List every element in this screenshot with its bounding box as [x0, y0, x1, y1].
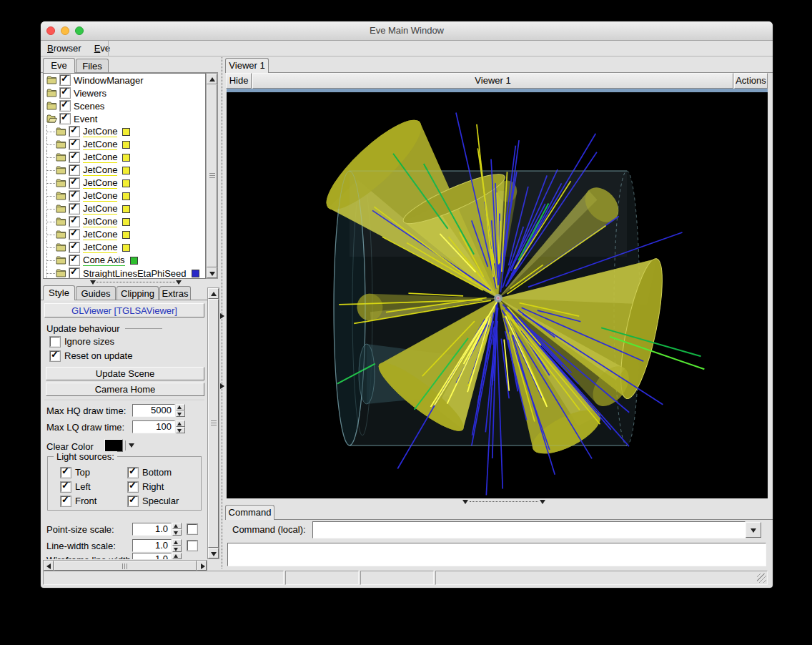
command-combobox[interactable]: [312, 521, 763, 538]
hide-button[interactable]: Hide: [226, 73, 252, 89]
scroll-up-button[interactable]: [207, 74, 217, 84]
tab-extras[interactable]: Extras: [159, 286, 191, 300]
scroll-down-button[interactable]: [208, 548, 219, 558]
tree-item[interactable]: JetCone: [44, 189, 205, 202]
light-checkbox-bottom[interactable]: Bottom: [128, 467, 172, 478]
tree-item-label[interactable]: Viewers: [74, 88, 107, 99]
tab-clipping[interactable]: Clipping: [117, 286, 159, 300]
tree-item-label[interactable]: JetCone: [83, 229, 117, 240]
tree-item[interactable]: JetCone: [44, 202, 205, 215]
tree-item-label[interactable]: JetCone: [83, 152, 117, 163]
menu-browser[interactable]: Browser: [41, 41, 88, 56]
tree-item[interactable]: JetCone: [44, 125, 205, 138]
light-checkbox-left[interactable]: Left: [61, 481, 91, 492]
tree-item-checkbox[interactable]: [69, 191, 79, 201]
clear-color-dropdown[interactable]: [125, 440, 137, 450]
scroll-right-button[interactable]: [197, 561, 207, 571]
wireframe-width-input[interactable]: 1.0: [132, 553, 172, 559]
max-lq-stepper[interactable]: [176, 420, 185, 433]
tab-files[interactable]: Files: [76, 59, 109, 73]
tree-item-checkbox[interactable]: [69, 217, 79, 227]
actions-menu-button[interactable]: Actions: [734, 73, 768, 89]
tree-item[interactable]: StraightLinesEtaPhiSeed: [44, 267, 205, 279]
titlebar[interactable]: Eve Main Window: [41, 21, 773, 41]
tree-item[interactable]: JetCone: [44, 164, 205, 177]
tree-item-checkbox[interactable]: [69, 242, 79, 252]
style-horizontal-scrollbar[interactable]: [43, 560, 207, 571]
tab-eve[interactable]: Eve: [43, 58, 75, 73]
tree-item[interactable]: JetCone: [44, 177, 205, 189]
glviewer-name-button[interactable]: GLViewer [TGLSAViewer]: [44, 303, 204, 317]
scroll-up-button[interactable]: [208, 288, 219, 299]
resize-grip[interactable]: [757, 573, 766, 583]
max-hq-stepper[interactable]: [176, 404, 185, 417]
tree-item[interactable]: JetCone: [44, 241, 205, 254]
tree-item[interactable]: Event: [44, 112, 205, 125]
light-checkbox-top[interactable]: Top: [61, 467, 90, 478]
viewer-title-bar[interactable]: Viewer 1: [252, 73, 733, 89]
tree-item-label[interactable]: JetCone: [83, 242, 117, 253]
tree-item-checkbox[interactable]: [69, 268, 79, 278]
ignore-sizes-checkbox[interactable]: Ignore sizes: [50, 336, 114, 347]
tab-guides[interactable]: Guides: [76, 286, 116, 300]
scroll-thumb[interactable]: [208, 299, 219, 548]
tree-item-checkbox[interactable]: [69, 139, 79, 149]
tab-viewer-1[interactable]: Viewer 1: [225, 58, 269, 73]
command-input[interactable]: [312, 521, 746, 538]
gl-viewport[interactable]: [227, 89, 768, 498]
tree-item-label[interactable]: JetCone: [83, 216, 117, 227]
tree-item-label[interactable]: Scenes: [74, 101, 104, 112]
tab-style[interactable]: Style: [43, 285, 75, 300]
tree-item-checkbox[interactable]: [69, 178, 79, 188]
max-hq-input[interactable]: 5000: [132, 404, 175, 417]
tree-item[interactable]: WindowManager: [44, 74, 205, 87]
tree-item[interactable]: JetCone: [44, 151, 205, 164]
tree-item-label[interactable]: JetCone: [83, 164, 117, 176]
tree-item[interactable]: JetCone: [44, 215, 205, 228]
tree-item-checkbox[interactable]: [69, 204, 79, 214]
reset-on-update-checkbox[interactable]: Reset on update: [50, 350, 132, 361]
line-width-input[interactable]: 1.0: [132, 539, 172, 552]
tree-item-label[interactable]: JetCone: [83, 139, 117, 150]
scroll-left-button[interactable]: [44, 561, 54, 571]
tree-item-checkbox[interactable]: [69, 255, 79, 265]
command-dropdown-button[interactable]: [746, 522, 761, 538]
close-button[interactable]: [46, 26, 55, 35]
scroll-down-button[interactable]: [207, 267, 217, 278]
tree-item-checkbox[interactable]: [69, 230, 79, 240]
menu-eve[interactable]: Eve: [88, 41, 117, 56]
tree-item-checkbox[interactable]: [60, 88, 70, 98]
minimize-button[interactable]: [61, 26, 69, 35]
scroll-thumb[interactable]: [207, 84, 217, 267]
tree-item-label[interactable]: Cone Axis: [83, 255, 125, 266]
camera-home-button[interactable]: Camera Home: [46, 383, 204, 396]
tree-item-label[interactable]: StraightLinesEtaPhiSeed: [83, 268, 187, 279]
tree-item-checkbox[interactable]: [69, 152, 79, 162]
point-size-input[interactable]: 1.0: [132, 523, 172, 536]
tree-item-checkbox[interactable]: [60, 75, 70, 85]
tree-item-checkbox[interactable]: [69, 165, 79, 175]
light-checkbox-specular[interactable]: Specular: [128, 496, 179, 506]
tree-item[interactable]: Cone Axis: [44, 254, 205, 267]
tree-item-label[interactable]: Event: [74, 114, 97, 124]
tree-item-label[interactable]: JetCone: [83, 126, 117, 137]
update-scene-button[interactable]: Update Scene: [46, 367, 204, 380]
tree-item[interactable]: JetCone: [44, 228, 205, 241]
tree-item-label[interactable]: WindowManager: [74, 75, 144, 86]
tree-item[interactable]: Viewers: [44, 87, 205, 99]
point-size-checkbox[interactable]: [187, 524, 197, 534]
tree-item[interactable]: Scenes: [44, 99, 205, 112]
line-width-stepper[interactable]: [172, 539, 182, 552]
clear-color-swatch[interactable]: [104, 439, 123, 452]
panel-splitter[interactable]: [219, 57, 225, 568]
style-vertical-scrollbar[interactable]: [207, 287, 219, 559]
scroll-thumb[interactable]: [54, 561, 197, 571]
eve-tree[interactable]: WindowManagerViewersScenesEventJetConeJe…: [43, 73, 206, 279]
tree-item-checkbox[interactable]: [69, 127, 79, 137]
point-size-stepper[interactable]: [172, 523, 182, 536]
zoom-button[interactable]: [75, 26, 84, 35]
tree-vertical-scrollbar[interactable]: [206, 73, 218, 279]
light-checkbox-front[interactable]: Front: [61, 496, 96, 506]
command-output[interactable]: [227, 543, 766, 566]
line-width-checkbox[interactable]: [187, 541, 197, 551]
